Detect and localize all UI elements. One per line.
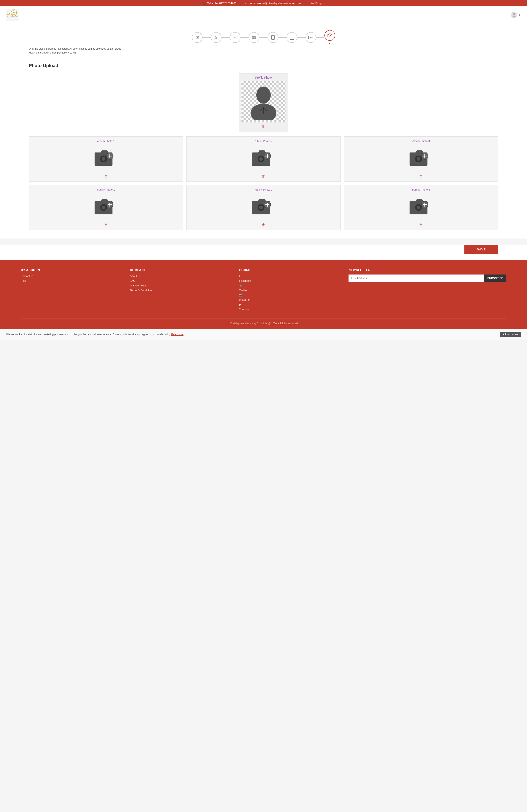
family-photo-2-upload[interactable] <box>251 193 276 221</box>
family-photo-2-card[interactable]: Family Photo 2 🗑 <box>186 185 341 230</box>
step-line-3 <box>240 37 249 38</box>
svg-point-10 <box>252 36 254 38</box>
footer-contact-us-link[interactable]: Contact us <box>20 275 126 278</box>
info-line1: Only the profile picture is mandatory. A… <box>29 47 498 51</box>
album-photo-3-label: Album Photo 3 <box>412 140 430 143</box>
svg-text:U.K: U.K <box>7 13 10 15</box>
footer-terms-link[interactable]: Terms & Condition <box>130 289 235 292</box>
profile-photo-label: Profile Photo <box>241 76 286 79</box>
my-account-title: MY ACCOUNT <box>20 268 126 272</box>
step-3-card[interactable] <box>230 32 240 43</box>
album-photo-1-upload[interactable] <box>94 145 118 172</box>
album-photo-3-delete[interactable]: 🗑 <box>419 174 423 179</box>
twitter-icon: 🐦 <box>239 284 344 287</box>
album-photo-3-upload[interactable] <box>409 145 433 172</box>
read-more-link[interactable]: Read more <box>171 333 183 336</box>
album-photo-2-upload[interactable] <box>251 145 276 172</box>
family-photo-3-delete[interactable]: 🗑 <box>419 223 423 227</box>
user-menu[interactable]: ▼ <box>511 12 521 18</box>
step-2-wrapper <box>211 32 222 43</box>
step-3-wrapper <box>230 32 240 43</box>
svg-point-2 <box>11 9 16 16</box>
top-bar: 📞 Call (+44) 01282 704206 | customerserv… <box>0 0 527 6</box>
step-5-phone[interactable] <box>268 32 278 43</box>
svg-text:MATRIMONY: MATRIMONY <box>7 16 18 17</box>
step-line-4 <box>259 37 268 38</box>
footer-facebook-link[interactable]: 𝔽 Facebook <box>239 275 344 282</box>
album-photo-1-card[interactable]: Album Photo 1 🗑 <box>29 136 183 182</box>
svg-point-19 <box>309 37 311 38</box>
step-8-camera[interactable] <box>325 30 335 41</box>
step-arrow: ▲ <box>328 42 331 45</box>
camera-add-icon-2 <box>251 149 276 168</box>
svg-point-50 <box>259 206 263 209</box>
step-4-group[interactable] <box>249 32 259 43</box>
family-photo-2-label: Family Photo 2 <box>255 188 273 191</box>
footer-youtube-link[interactable]: ▶ Youtube <box>239 303 344 311</box>
camera-add-icon-4 <box>94 198 118 216</box>
family-photo-1-upload[interactable] <box>94 193 118 221</box>
family-photo-2-delete[interactable]: 🗑 <box>262 223 265 227</box>
family-photo-1-delete[interactable]: 🗑 <box>104 223 108 227</box>
step-container: ✉ <box>0 24 527 45</box>
footer-faq-link[interactable]: FAQ <box>130 279 235 282</box>
step-7-id[interactable] <box>305 32 316 43</box>
profile-photo-box[interactable]: Profile Photo 🗑 <box>239 73 288 131</box>
step-2-person[interactable] <box>211 32 222 43</box>
album-photo-2-delete[interactable]: 🗑 <box>262 174 265 179</box>
footer-grid: MY ACCOUNT Contact us Help COMPANY About… <box>20 268 507 313</box>
phone-info: 📞 Call (+44) 01282 704206 <box>202 2 236 5</box>
step-line-5 <box>278 37 287 38</box>
save-button[interactable]: SAVE <box>465 245 498 254</box>
album-photo-2-card[interactable]: Album Photo 2 🗑 <box>186 136 341 182</box>
info-text: Only the profile picture is mandatory. A… <box>0 45 527 59</box>
newsletter-email-input[interactable] <box>348 275 484 282</box>
profile-photo-image[interactable] <box>241 81 286 122</box>
footer-instagram-link[interactable]: 📷 Instagram <box>239 293 344 301</box>
info-line2: Maximum upload file size per gallery 10 … <box>29 51 498 55</box>
newsletter-title: NEWSLETTER <box>348 268 507 272</box>
svg-point-45 <box>101 206 105 209</box>
steps-row: ✉ <box>0 30 527 45</box>
family-photo-3-upload[interactable] <box>409 193 433 221</box>
instagram-icon: 📷 <box>239 293 344 296</box>
step-1-wrapper: ✉ <box>192 32 202 43</box>
svg-point-30 <box>101 157 105 161</box>
footer-about-link[interactable]: About us <box>130 275 235 278</box>
footer-privacy-link[interactable]: Privacy Policy <box>130 284 235 287</box>
email-info: customerservice@ukmalayaleematrimony.com <box>245 2 301 5</box>
profile-delete-icon[interactable]: 🗑 <box>241 125 286 129</box>
step-line-1 <box>202 37 211 38</box>
footer-twitter-link[interactable]: 🐦 Twitter <box>239 284 344 292</box>
footer-social: SOCIAL 𝔽 Facebook 🐦 Twitter 📷 Instagram … <box>239 268 344 313</box>
album-photo-1-delete[interactable]: 🗑 <box>104 174 108 179</box>
social-title: SOCIAL <box>239 268 344 272</box>
phone-icon: 📞 <box>202 2 206 5</box>
step-line-7 <box>316 37 325 38</box>
footer-my-account: MY ACCOUNT Contact us Help <box>20 268 126 313</box>
profile-silhouette <box>248 84 279 120</box>
family-photo-3-card[interactable]: Family Photo 3 🗑 <box>344 185 498 230</box>
svg-rect-14 <box>290 36 294 40</box>
step-6-calendar[interactable] <box>287 32 297 43</box>
family-photo-1-card[interactable]: Family Photo 1 🗑 <box>29 185 183 230</box>
svg-point-55 <box>417 206 421 209</box>
allow-cookies-button[interactable]: Allow cookies <box>500 332 521 337</box>
footer: MY ACCOUNT Contact us Help COMPANY About… <box>0 260 527 329</box>
svg-point-13 <box>273 39 273 39</box>
camera-add-icon-5 <box>251 198 276 216</box>
step-6-wrapper <box>287 32 297 43</box>
step-1-email[interactable]: ✉ <box>192 32 202 43</box>
subscribe-button[interactable]: SUBSCRIBE <box>484 275 507 282</box>
company-title: COMPANY <box>130 268 235 272</box>
footer-company: COMPANY About us FAQ Privacy Policy Term… <box>130 268 235 313</box>
cookie-text: We use cookies for statistics and market… <box>6 333 183 336</box>
camera-add-icon-3 <box>409 149 433 168</box>
svg-rect-7 <box>233 36 237 39</box>
album-photo-3-card[interactable]: Album Photo 3 🗑 <box>344 136 498 182</box>
step-7-wrapper <box>305 32 316 43</box>
svg-point-22 <box>329 35 331 37</box>
footer-help-link[interactable]: Help <box>20 279 126 282</box>
camera-add-icon-6 <box>409 198 433 216</box>
save-row: SAVE <box>0 245 527 260</box>
